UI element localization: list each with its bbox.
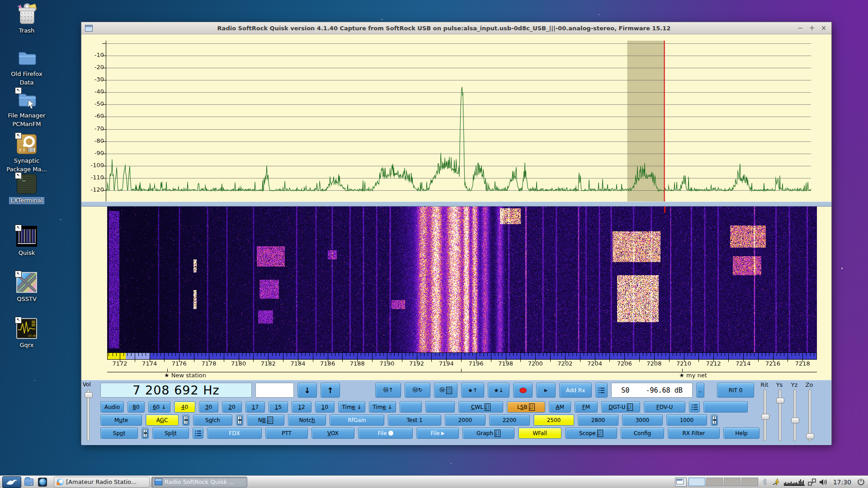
browser-launcher[interactable] — [37, 477, 48, 488]
lxde-menu-button[interactable] — [2, 476, 21, 488]
mode-cwl-button[interactable]: CWL21B7 — [458, 401, 503, 413]
fdx-button[interactable]: FDX — [207, 427, 262, 439]
slider-ys[interactable]: Ys — [773, 381, 786, 444]
smeter-menu-button[interactable]: .. — [696, 383, 704, 398]
slider-thumb[interactable] — [791, 418, 799, 423]
slider-track[interactable] — [764, 389, 766, 441]
file-manager-launcher[interactable] — [23, 477, 35, 488]
scope-button[interactable]: Scope21B7 — [565, 427, 617, 439]
volume-icon[interactable] — [819, 477, 829, 487]
playback-button[interactable]: ▶ — [536, 383, 556, 398]
workspace-2[interactable] — [706, 478, 723, 486]
slider-zo[interactable]: Zo — [802, 381, 816, 444]
mode-dgt-u-button[interactable]: DGT-U21B7 — [601, 401, 640, 413]
cpu-monitor-icon[interactable] — [783, 477, 805, 487]
filter-2800-button[interactable]: 2800 — [578, 414, 618, 426]
band-60-button[interactable]: 60 ↓ — [148, 401, 170, 413]
desktop-icon-quisk[interactable]: ↖Quisk — [3, 226, 51, 257]
memory-popup-button[interactable]: Ⓜ2613 — [434, 383, 458, 398]
time-2-button[interactable]: Time ↓ — [369, 401, 396, 413]
memory-next-button[interactable]: Ⓜ↻ — [405, 383, 430, 398]
slider-yz[interactable]: Yz — [788, 381, 801, 444]
mode-fm-button[interactable]: FM — [575, 401, 598, 413]
rx-filter-button[interactable]: RX Filter — [668, 427, 720, 439]
volume-track[interactable] — [87, 389, 90, 441]
blank-2[interactable] — [425, 401, 455, 413]
split-button[interactable]: Split — [152, 427, 189, 439]
slider-rit[interactable]: Rit — [758, 381, 771, 444]
ptt-button[interactable]: PTT — [265, 427, 308, 439]
station-marker-label[interactable]: ★ New station — [164, 372, 206, 379]
filter-1000-button[interactable]: 1000 — [666, 414, 707, 426]
file-play-button[interactable]: File▶ — [416, 427, 459, 439]
workspace-4[interactable] — [741, 478, 758, 486]
band-17-button[interactable]: 17 — [245, 401, 265, 413]
mode-am-button[interactable]: AM — [549, 401, 571, 413]
band-30-button[interactable]: 30 — [199, 401, 218, 413]
add-rx-button[interactable]: Add Rx — [559, 383, 592, 398]
maximize-button[interactable]: + — [808, 25, 816, 32]
config-button[interactable]: Config — [621, 427, 664, 439]
band-12-button[interactable]: 12 — [292, 401, 311, 413]
workspace-1[interactable] — [689, 478, 705, 486]
bluetooth-icon[interactable] — [760, 477, 770, 487]
volume-thumb[interactable] — [85, 392, 93, 398]
record-button[interactable] — [513, 383, 533, 398]
band-80-button[interactable]: 80 — [127, 401, 145, 413]
band-40-button[interactable]: 40 — [174, 401, 195, 413]
band-10-button[interactable]: 10 — [315, 401, 335, 413]
minimize-button[interactable]: − — [796, 25, 804, 32]
workspace-3[interactable] — [724, 478, 741, 486]
favorites-add-button[interactable]: ★↑ — [461, 383, 484, 398]
band-15-button[interactable]: 15 — [269, 401, 288, 413]
slider-thumb[interactable] — [776, 398, 784, 404]
agc-button[interactable]: AGC — [146, 414, 179, 426]
frequency-entry[interactable] — [255, 383, 294, 398]
slider-track[interactable] — [793, 389, 796, 441]
desktop-icon-trash[interactable]: Trash — [3, 4, 51, 34]
desktop-icon-old-firefox-data[interactable]: Old Firefox Data — [3, 47, 51, 86]
filter-2500-button[interactable]: 2500 — [533, 414, 574, 426]
slider-thumb[interactable] — [806, 433, 814, 439]
blank-3[interactable] — [703, 401, 748, 413]
vox-button[interactable]: VOX — [311, 427, 354, 439]
help-button[interactable]: Help — [723, 427, 760, 439]
agc-slider-button[interactable] — [182, 414, 189, 426]
favorites-recall-button[interactable]: ★↓ — [488, 383, 509, 398]
spot-slider-button[interactable] — [142, 427, 149, 439]
time-1-button[interactable]: Time ↓ — [338, 401, 365, 413]
blank-1[interactable] — [400, 401, 422, 413]
pager-icon[interactable] — [675, 478, 687, 487]
rfgain-button[interactable]: RfGain — [330, 414, 384, 426]
audio-button[interactable]: Audio — [100, 401, 124, 413]
slider-track[interactable] — [778, 389, 781, 441]
desktop-icon-qsstv[interactable]: ↖QSSTV — [3, 272, 51, 303]
split-list-button[interactable] — [193, 427, 203, 439]
squelch-slider-button[interactable] — [236, 414, 243, 426]
desktop-icon-gqrx[interactable]: ↖-20 dBGqrx — [3, 318, 51, 349]
filter-2200-button[interactable]: 2200 — [489, 414, 530, 426]
memory-save-button[interactable]: Ⓜ↑ — [375, 383, 401, 398]
slider-thumb[interactable] — [761, 414, 769, 420]
filter-3000-button[interactable]: 3000 — [622, 414, 663, 426]
network-icon[interactable] — [807, 477, 817, 487]
wfall-button[interactable]: WFall — [518, 427, 561, 439]
close-button[interactable]: × — [820, 25, 828, 32]
mode-lsb-button[interactable]: LSB21B7 — [507, 401, 545, 413]
station-marker-label[interactable]: ★ my net — [679, 372, 707, 379]
band-down-button[interactable]: ↓ — [297, 383, 317, 398]
notch-button[interactable]: Notch — [288, 414, 326, 426]
task-button-quisk[interactable]: Radio SoftRock Quisk ... — [151, 477, 247, 488]
rit-button[interactable]: RIT 0 — [717, 383, 754, 398]
filter-2000-button[interactable]: 2000 — [445, 414, 486, 426]
filter-slider-button[interactable] — [711, 414, 718, 426]
rx-list-button[interactable] — [595, 383, 608, 398]
desktop-icon-lxterminal[interactable]: ↖LXTerminal — [3, 174, 51, 204]
waterfall-display[interactable] — [107, 206, 817, 352]
mode-list-button[interactable] — [689, 401, 700, 413]
titlebar[interactable]: Radio SoftRock Quisk version 4.1.40 Capt… — [81, 22, 831, 34]
graph-waterfall-divider[interactable] — [81, 202, 831, 206]
shutdown-button[interactable] — [856, 477, 866, 487]
clock[interactable]: 17:30 — [833, 479, 851, 486]
slider-track[interactable] — [808, 389, 811, 441]
